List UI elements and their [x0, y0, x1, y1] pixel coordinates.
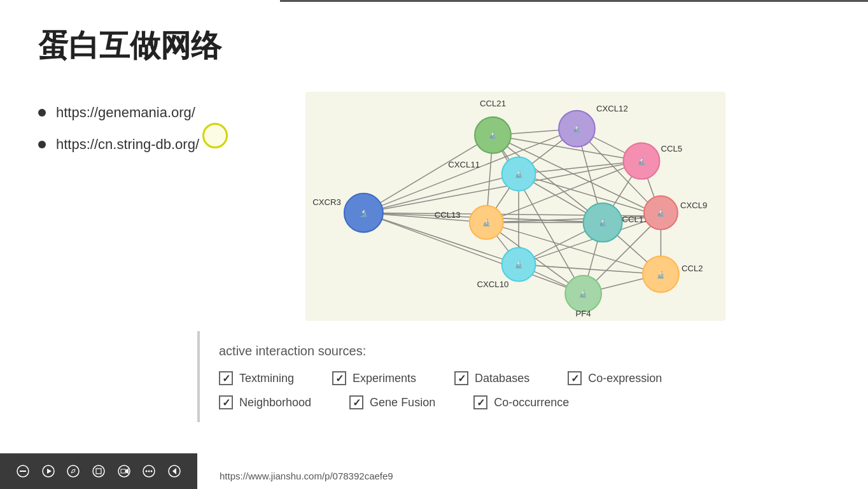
checkbox-label-experiments: Experiments [353, 372, 416, 385]
svg-point-88 [146, 471, 148, 472]
page-title: 蛋白互做网络 [38, 25, 830, 66]
toolbar-btn-back[interactable] [11, 460, 34, 483]
check-mark-experiments: ✓ [335, 372, 344, 385]
svg-text:🔬: 🔬 [657, 209, 665, 217]
check-mark-databases: ✓ [458, 372, 466, 385]
checkbox-box-databases[interactable]: ✓ [454, 371, 468, 385]
checkbox-label-databases: Databases [475, 372, 529, 385]
check-mark-coexpression: ✓ [571, 372, 579, 385]
svg-marker-80 [47, 469, 52, 474]
checkbox-textmining[interactable]: ✓ Textmining [219, 371, 294, 385]
checkbox-label-genefusion: Gene Fusion [370, 396, 435, 409]
svg-text:CXCL10: CXCL10 [477, 280, 509, 289]
svg-text:CXCL11: CXCL11 [448, 160, 480, 169]
link-text-1[interactable]: https://genemania.org/ [56, 104, 195, 121]
svg-text:CXCL12: CXCL12 [596, 104, 628, 113]
svg-text:PF4: PF4 [576, 309, 591, 318]
checkbox-cooccurrence[interactable]: ✓ Co-occurrence [473, 395, 569, 409]
toolbar-btn-play[interactable] [37, 460, 60, 483]
svg-text:🔬: 🔬 [482, 218, 491, 227]
svg-text:CXCR3: CXCR3 [312, 197, 341, 207]
toolbar-btn-edit[interactable] [62, 460, 85, 483]
svg-text:🔬: 🔬 [599, 218, 607, 227]
svg-text:🔬: 🔬 [637, 157, 645, 166]
svg-text:CXCL9: CXCL9 [680, 201, 708, 210]
link-text-2[interactable]: https://cn.string-db.org/ [56, 136, 199, 153]
toolbar-btn-fullscreen[interactable] [87, 460, 110, 483]
checkbox-label-neighborhood: Neighborhood [239, 396, 311, 409]
svg-rect-85 [121, 469, 125, 473]
svg-text:CCL21: CCL21 [480, 99, 506, 108]
svg-point-81 [67, 465, 79, 477]
bullet-1 [38, 109, 46, 117]
checkbox-databases[interactable]: ✓ Databases [454, 371, 529, 385]
links-section: https://genemania.org/ https://cn.string… [38, 92, 280, 153]
checkbox-box-cooccurrence[interactable]: ✓ [473, 395, 487, 409]
network-diagram: CCL21 CXCL12 CCL5 CXCL11 CXCR3 CCL13 C [305, 92, 725, 321]
checkbox-box-neighborhood[interactable]: ✓ [219, 395, 233, 409]
toolbar-btn-video[interactable] [113, 460, 136, 483]
checkbox-box-coexpression[interactable]: ✓ [568, 371, 582, 385]
check-mark-neighborhood: ✓ [222, 397, 230, 409]
svg-text:🔬: 🔬 [579, 290, 587, 298]
checkbox-genefusion[interactable]: ✓ Gene Fusion [349, 395, 435, 409]
toolbar-btn-prev[interactable] [163, 460, 186, 483]
checkbox-box-experiments[interactable]: ✓ [332, 371, 346, 385]
svg-marker-92 [172, 468, 176, 474]
checkboxes-row-1: ✓ Textmining ✓ Experiments ✓ Databases ✓ [219, 371, 776, 385]
checkbox-label-coexpression: Co-expression [588, 372, 662, 385]
checkbox-label-textmining: Textmining [239, 372, 294, 385]
toolbar-btn-more[interactable] [137, 460, 160, 483]
checkbox-neighborhood[interactable]: ✓ Neighborhood [219, 395, 311, 409]
svg-point-82 [93, 465, 104, 477]
checkboxes-row-2: ✓ Neighborhood ✓ Gene Fusion ✓ Co-occurr… [219, 395, 776, 409]
checkbox-coexpression[interactable]: ✓ Co-expression [568, 371, 662, 385]
interaction-title: active interaction sources: [219, 344, 776, 358]
svg-text:🔬: 🔬 [489, 131, 497, 139]
svg-text:CCL13: CCL13 [435, 210, 461, 220]
svg-text:🔬: 🔬 [360, 209, 368, 217]
svg-text:CCL2: CCL2 [682, 264, 703, 273]
svg-marker-86 [125, 469, 129, 474]
svg-point-89 [148, 471, 150, 472]
link-item-2[interactable]: https://cn.string-db.org/ [38, 136, 280, 153]
checkboxes-grid: ✓ Textmining ✓ Experiments ✓ Databases ✓ [219, 371, 776, 409]
link-item-1[interactable]: https://genemania.org/ [38, 104, 280, 121]
checkbox-label-cooccurrence: Co-occurrence [494, 396, 569, 409]
checkbox-box-genefusion[interactable]: ✓ [349, 395, 363, 409]
svg-text:🔬: 🔬 [515, 260, 523, 269]
check-mark-genefusion: ✓ [353, 397, 361, 409]
check-mark-cooccurrence: ✓ [477, 397, 485, 409]
svg-text:🔬: 🔬 [657, 271, 665, 279]
check-mark-textmining: ✓ [222, 372, 230, 385]
bottom-url: https://www.jianshu.com/p/078392caefe9 [220, 471, 393, 481]
checkbox-experiments[interactable]: ✓ Experiments [332, 371, 416, 385]
svg-rect-78 [20, 471, 26, 472]
interaction-sources-panel: active interaction sources: ✓ Textmining… [197, 331, 795, 422]
bullet-2 [38, 141, 46, 148]
svg-text:🔬: 🔬 [515, 170, 523, 178]
bottom-toolbar [0, 453, 197, 489]
svg-point-90 [151, 471, 153, 472]
svg-text:CCL5: CCL5 [661, 144, 682, 153]
svg-rect-83 [96, 469, 101, 474]
checkbox-box-textmining[interactable]: ✓ [219, 371, 233, 385]
svg-text:🔬: 🔬 [573, 125, 581, 133]
